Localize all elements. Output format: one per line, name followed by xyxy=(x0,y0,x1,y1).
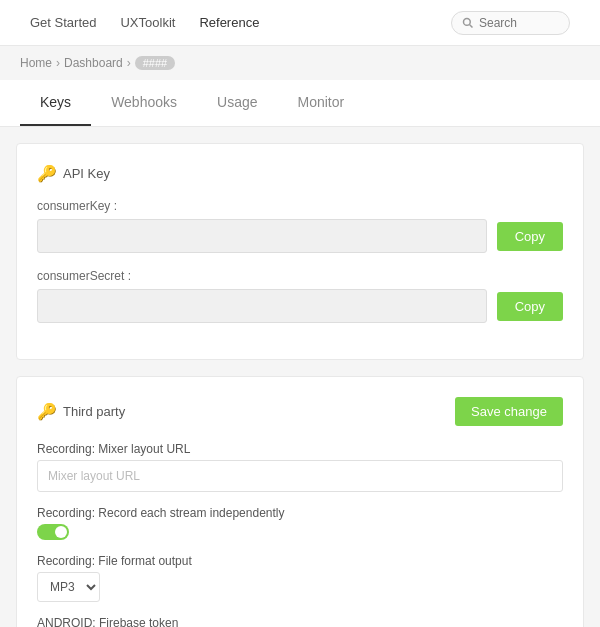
header: Get Started UXToolkit Reference xyxy=(0,0,600,46)
nav-reference[interactable]: Reference xyxy=(199,15,259,30)
header-search-box[interactable] xyxy=(451,11,570,35)
consumer-key-row: Copy xyxy=(37,219,563,253)
tab-monitor[interactable]: Monitor xyxy=(278,80,365,126)
third-party-card: 🔑 Third party Save change Recording: Mix… xyxy=(16,376,584,627)
breadcrumb-separator: › xyxy=(56,56,60,70)
recording-mixer-field: Recording: Mixer layout URL xyxy=(37,442,563,492)
search-input[interactable] xyxy=(479,16,559,30)
breadcrumb-current: #### xyxy=(135,56,175,70)
search-icon xyxy=(462,17,474,29)
tabs-container: Keys Webhooks Usage Monitor xyxy=(0,80,600,127)
toggle-knob xyxy=(55,526,67,538)
recording-mixer-label: Recording: Mixer layout URL xyxy=(37,442,563,456)
recording-stream-field: Recording: Record each stream independen… xyxy=(37,506,563,540)
tab-keys[interactable]: Keys xyxy=(20,80,91,126)
breadcrumb-separator2: › xyxy=(127,56,131,70)
consumer-secret-group: consumerSecret : Copy xyxy=(37,269,563,323)
recording-format-select[interactable]: MP3 MP4 AAC xyxy=(37,572,100,602)
breadcrumb: Home › Dashboard › #### xyxy=(0,46,600,80)
consumer-key-input[interactable] xyxy=(37,219,487,253)
recording-format-field: Recording: File format output MP3 MP4 AA… xyxy=(37,554,563,602)
third-party-key-icon: 🔑 xyxy=(37,402,57,421)
consumer-secret-input[interactable] xyxy=(37,289,487,323)
breadcrumb-dashboard[interactable]: Dashboard xyxy=(64,56,123,70)
third-party-header: 🔑 Third party Save change xyxy=(37,397,563,426)
api-key-card: 🔑 API Key consumerKey : Copy consumerSec… xyxy=(16,143,584,360)
consumer-key-group: consumerKey : Copy xyxy=(37,199,563,253)
consumer-secret-copy-button[interactable]: Copy xyxy=(497,292,563,321)
api-key-title: API Key xyxy=(63,166,110,181)
tab-usage[interactable]: Usage xyxy=(197,80,277,126)
svg-point-0 xyxy=(464,18,471,25)
svg-line-1 xyxy=(470,24,473,27)
recording-stream-toggle-wrapper xyxy=(37,524,563,540)
recording-mixer-input[interactable] xyxy=(37,460,563,492)
consumer-secret-row: Copy xyxy=(37,289,563,323)
recording-stream-label: Recording: Record each stream independen… xyxy=(37,506,563,520)
consumer-key-label: consumerKey : xyxy=(37,199,563,213)
consumer-secret-label: consumerSecret : xyxy=(37,269,563,283)
api-key-section-header: 🔑 API Key xyxy=(37,164,563,183)
key-icon: 🔑 xyxy=(37,164,57,183)
recording-stream-toggle[interactable] xyxy=(37,524,69,540)
nav-get-started[interactable]: Get Started xyxy=(30,15,96,30)
tab-webhooks[interactable]: Webhooks xyxy=(91,80,197,126)
consumer-key-copy-button[interactable]: Copy xyxy=(497,222,563,251)
breadcrumb-home[interactable]: Home xyxy=(20,56,52,70)
nav-uxtoolkit[interactable]: UXToolkit xyxy=(120,15,175,30)
android-firebase-label: ANDROID: Firebase token xyxy=(37,616,563,627)
android-firebase-field: ANDROID: Firebase token xyxy=(37,616,563,627)
tabs: Keys Webhooks Usage Monitor xyxy=(20,80,580,126)
main-content: 🔑 API Key consumerKey : Copy consumerSec… xyxy=(0,127,600,627)
recording-format-label: Recording: File format output xyxy=(37,554,563,568)
header-nav: Get Started UXToolkit Reference xyxy=(30,15,259,30)
third-party-header-left: 🔑 Third party xyxy=(37,402,125,421)
third-party-title: Third party xyxy=(63,404,125,419)
save-change-button[interactable]: Save change xyxy=(455,397,563,426)
